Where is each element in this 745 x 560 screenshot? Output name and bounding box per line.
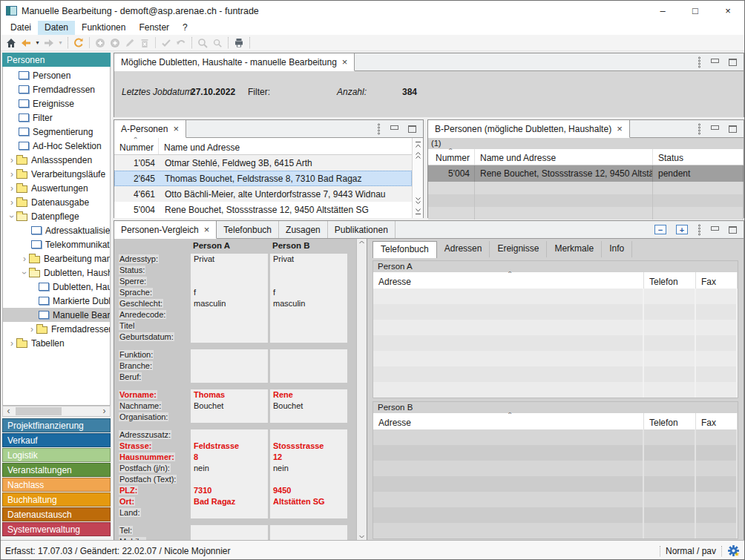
module-veranstaltungen[interactable]: Veranstaltungen	[2, 463, 111, 477]
tree-item-fremdadressen[interactable]: ›Fremdadressen	[3, 322, 110, 336]
scroll-right-icon[interactable]: ›	[99, 406, 110, 416]
tab-ereignisse[interactable]: Ereignisse	[490, 241, 547, 257]
print-icon[interactable]	[232, 36, 246, 50]
tab-zusagen[interactable]: Zusagen	[279, 221, 328, 238]
chevron-right-icon[interactable]: ›	[7, 338, 16, 349]
close-icon[interactable]: ×	[342, 59, 348, 66]
tree-item-manuelle-bearbe[interactable]: Manuelle Bearbe	[3, 308, 110, 322]
tree-item-datenausgabe[interactable]: ›Datenausgabe	[3, 195, 110, 209]
kebab-menu-icon[interactable]	[698, 123, 701, 135]
column-header-nummer[interactable]: ˆ Nummer	[114, 138, 159, 154]
tree-item-dubletten-haushalt[interactable]: ›Dubletten, Haushalt	[3, 266, 110, 280]
column-header-status[interactable]: Status	[653, 149, 744, 165]
tree-item-telekommunikations[interactable]: Telekommunikations	[3, 237, 110, 251]
chevron-down-icon[interactable]: ›	[19, 269, 30, 277]
menu-item-funktionen[interactable]: Funktionen	[75, 21, 132, 35]
tab-publikationen[interactable]: Publikationen	[328, 221, 396, 238]
chevron-right-icon[interactable]: ›	[7, 155, 16, 165]
tab-telefonbuch[interactable]: Telefonbuch	[372, 241, 437, 258]
chevron-right-icon[interactable]: ›	[7, 169, 16, 179]
tab-telefonbuch[interactable]: Telefonbuch	[217, 221, 279, 238]
scroll-down-icon[interactable]	[358, 534, 365, 539]
module-projektfinanzierung[interactable]: Projektfinanzierung	[2, 418, 111, 432]
tree-item-auswertungen[interactable]: ›Auswertungen	[3, 181, 110, 195]
close-icon[interactable]: ×	[173, 125, 179, 133]
tree-item-datenpflege[interactable]: ›Datenpflege	[3, 209, 110, 223]
chevron-down-icon[interactable]: ›	[7, 212, 17, 221]
panel-minimize-icon[interactable]	[711, 59, 719, 63]
expand-all-icon[interactable]: +	[676, 225, 688, 234]
menu-item-datei[interactable]: Datei	[4, 21, 38, 35]
tree-item-personen[interactable]: Personen	[3, 68, 110, 82]
delete-icon[interactable]	[137, 36, 152, 50]
panel-minimize-icon[interactable]	[711, 226, 719, 231]
menu-item-daten[interactable]: Daten	[38, 21, 75, 35]
table-row[interactable]: 4'661Otto Bächli-Meier, alte Unterdorfst…	[114, 186, 412, 202]
home-icon[interactable]	[4, 36, 19, 50]
add-copy-icon[interactable]	[108, 36, 122, 50]
tree-item-filter[interactable]: Filter	[3, 111, 110, 125]
tab-b-personen[interactable]: B-Personen (mögliche Dubletten, Haushalt…	[428, 120, 630, 138]
tree-item-adressaktualisierun[interactable]: Adressaktualisierun	[3, 223, 110, 237]
column-header-fax[interactable]: Fax	[696, 413, 738, 429]
undo-icon[interactable]	[174, 36, 188, 50]
panel-maximize-icon[interactable]	[729, 59, 737, 66]
refresh-icon[interactable]	[71, 36, 86, 50]
tab-a-personen[interactable]: A-Personen ×	[114, 120, 186, 138]
module-logistik[interactable]: Logistik	[2, 448, 111, 462]
window-minimize-button[interactable]: –	[646, 1, 679, 21]
kebab-menu-icon[interactable]	[377, 123, 381, 135]
back-icon[interactable]	[19, 36, 33, 50]
column-header-nummer[interactable]: ˆ Nummer	[428, 149, 475, 165]
chevron-right-icon[interactable]: ›	[27, 324, 36, 335]
tab-moegliche-dubletten[interactable]: Mögliche Dubletten, Haushalte - manuelle…	[114, 53, 355, 71]
scroll-to-bottom-icon[interactable]	[414, 208, 422, 215]
tab-merkmale[interactable]: Merkmale	[547, 241, 602, 257]
module-datenaustausch[interactable]: Datenaustausch	[2, 507, 111, 521]
gear-icon[interactable]: ★	[727, 544, 740, 557]
module-nachlass[interactable]: Nachlass	[2, 478, 111, 492]
column-header-telefon[interactable]: Telefon	[644, 413, 696, 429]
window-maximize-button[interactable]: □	[679, 1, 712, 21]
table-row[interactable]: 2'645Thomas Bouchet, Feldstrasse 8, 7310…	[114, 171, 412, 186]
chevron-right-icon[interactable]: ›	[7, 197, 16, 208]
tab-adressen[interactable]: Adressen	[437, 241, 490, 257]
kebab-menu-icon[interactable]	[698, 56, 701, 68]
collapse-all-icon[interactable]: −	[654, 225, 666, 234]
tree-item-bearbeitung-manue[interactable]: ›Bearbeitung manue	[3, 251, 110, 266]
tree-item-markierte-dublet[interactable]: Markierte Dublet	[3, 294, 110, 308]
tree-item-dubletten-haus[interactable]: Dubletten, Haus	[3, 280, 110, 294]
scroll-page-up-icon[interactable]	[414, 151, 422, 159]
tree-item-anlassspenden[interactable]: ›Anlassspenden	[3, 153, 110, 167]
confirm-icon[interactable]	[159, 36, 174, 50]
scroll-page-down-icon[interactable]	[414, 197, 422, 205]
kebab-menu-icon[interactable]	[698, 224, 701, 236]
back-dropdown-icon[interactable]: ▾	[33, 36, 42, 50]
add-icon[interactable]	[93, 36, 108, 50]
search-icon[interactable]	[195, 36, 210, 50]
tab-info[interactable]: Info	[602, 241, 632, 257]
tab-personen-vergleich[interactable]: Personen-Vergleich×	[114, 221, 217, 239]
panel-minimize-icon[interactable]	[390, 125, 398, 130]
menu-item-?[interactable]: ?	[176, 21, 194, 35]
search-small-icon[interactable]	[210, 36, 225, 50]
module-buchhaltung[interactable]: Buchhaltung	[2, 493, 111, 507]
tree-item-tabellen[interactable]: ›Tabellen	[3, 336, 110, 350]
table-row-selected[interactable]: 5'004Rene Bouchet, Stossstrasse 12, 9450…	[428, 165, 744, 182]
edit-icon[interactable]	[122, 36, 137, 50]
tree-item-segmentierung[interactable]: Segmentierung	[3, 125, 110, 139]
vergleich-scrollbar[interactable]	[356, 239, 367, 540]
scrollbar-thumb[interactable]	[16, 407, 62, 415]
forward-dropdown-icon[interactable]: ▾	[56, 36, 65, 50]
table-row[interactable]: 1'054Otmar Stehlé, Feldweg 3B, 6415 Arth	[114, 155, 412, 171]
column-header-adresse[interactable]: ˆAdresse	[373, 272, 644, 289]
scroll-left-icon[interactable]: ‹	[3, 406, 14, 416]
menu-item-fenster[interactable]: Fenster	[132, 21, 176, 35]
column-header-adresse[interactable]: ˆAdresse	[373, 413, 644, 429]
chevron-right-icon[interactable]: ›	[20, 254, 29, 264]
column-header-name-und-adresse[interactable]: Name und Adresse	[159, 138, 412, 154]
tree-item-verarbeitungsläufe[interactable]: ›Verarbeitungsläufe	[3, 167, 110, 181]
close-icon[interactable]: ×	[617, 125, 623, 133]
module-systemverwaltung[interactable]: Systemverwaltung	[2, 522, 111, 536]
column-header-telefon[interactable]: Telefon	[644, 272, 696, 289]
